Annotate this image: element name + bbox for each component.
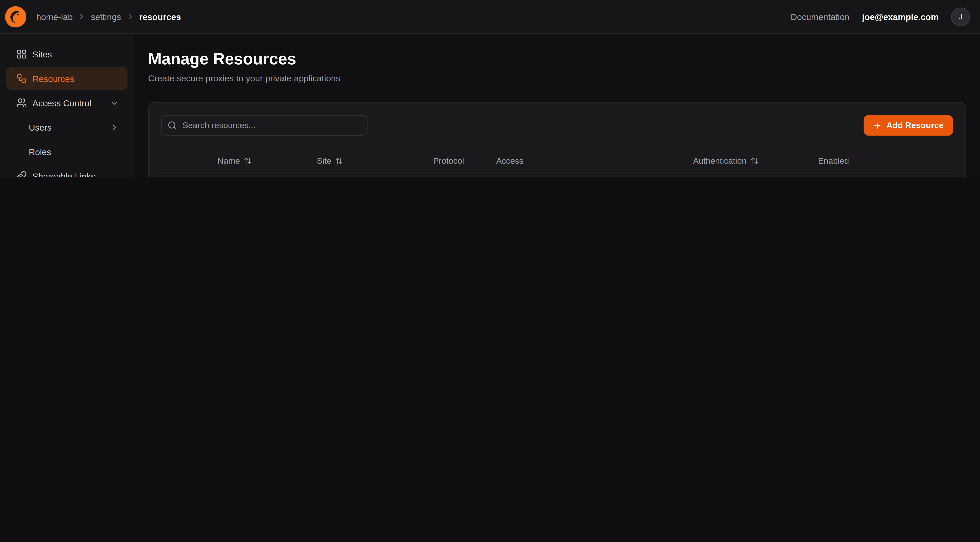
col-site: Site bbox=[317, 156, 433, 165]
search-box bbox=[161, 115, 368, 136]
table-toolbar: Add Resource bbox=[161, 115, 953, 136]
col-name: Name bbox=[218, 156, 317, 165]
sidebar-item-label: Roles bbox=[29, 147, 51, 156]
table-header: Name Site Protocol Access Authentication bbox=[161, 150, 953, 172]
chevron-right-icon bbox=[126, 13, 134, 21]
chevron-right-icon bbox=[78, 13, 86, 21]
sidebar-item-shareable-links[interactable]: Shareable Links bbox=[6, 164, 127, 177]
sidebar-item-label: Sites bbox=[32, 49, 52, 59]
sort-icon[interactable] bbox=[244, 156, 252, 165]
sidebar-item-roles[interactable]: Roles bbox=[6, 140, 127, 163]
search-input[interactable] bbox=[161, 115, 368, 136]
main-content: Manage Resources Create secure proxies t… bbox=[134, 34, 980, 177]
sort-icon[interactable] bbox=[335, 156, 343, 165]
table-body: Immich Home Lab TCP https://immich.examp… bbox=[161, 172, 953, 177]
user-email: joe@example.com bbox=[862, 12, 939, 22]
sidebar-item-label: Shareable Links bbox=[32, 171, 95, 177]
sidebar-item-label: Access Control bbox=[32, 98, 91, 108]
sidebar-item-users[interactable]: Users bbox=[6, 116, 127, 139]
col-authentication: Authentication bbox=[693, 156, 818, 165]
app-logo-icon[interactable] bbox=[5, 6, 26, 27]
sidebar-item-label: Users bbox=[29, 122, 52, 132]
add-resource-label: Add Resource bbox=[886, 121, 943, 130]
col-protocol: Protocol bbox=[433, 156, 496, 165]
sites-icon bbox=[16, 49, 27, 59]
plus-icon bbox=[873, 121, 882, 130]
search-icon bbox=[167, 121, 177, 130]
resources-table: Name Site Protocol Access Authentication bbox=[161, 150, 953, 177]
col-enabled: Enabled bbox=[818, 156, 899, 165]
chevron-down-icon bbox=[110, 99, 119, 107]
page-subtitle: Create secure proxies to your private ap… bbox=[148, 73, 966, 83]
table-row: Immich Home Lab TCP https://immich.examp… bbox=[161, 172, 953, 177]
breadcrumb-org[interactable]: home-lab bbox=[36, 12, 73, 22]
sidebar-item-resources[interactable]: Resources bbox=[6, 67, 127, 90]
avatar[interactable]: J bbox=[951, 7, 970, 26]
sidebar: Sites Resources Access Control Users Rol… bbox=[0, 34, 134, 177]
link-icon bbox=[16, 171, 27, 177]
resources-icon bbox=[16, 73, 27, 84]
app: home-lab settings resources Documentatio… bbox=[0, 0, 980, 177]
documentation-link[interactable]: Documentation bbox=[791, 12, 850, 22]
breadcrumb-resources: resources bbox=[139, 12, 181, 22]
page-title: Manage Resources bbox=[148, 49, 966, 69]
sidebar-item-sites[interactable]: Sites bbox=[6, 43, 127, 65]
sidebar-item-access-control[interactable]: Access Control bbox=[6, 91, 127, 115]
col-access: Access bbox=[496, 156, 693, 165]
sidebar-item-label: Resources bbox=[32, 73, 74, 83]
add-resource-button[interactable]: Add Resource bbox=[864, 115, 953, 136]
breadcrumb-settings[interactable]: settings bbox=[91, 12, 121, 22]
resources-card: Add Resource Name Site P bbox=[148, 102, 966, 177]
sort-icon[interactable] bbox=[750, 156, 759, 165]
breadcrumb: home-lab settings resources bbox=[36, 12, 181, 22]
users-icon bbox=[16, 97, 27, 108]
chevron-right-icon bbox=[110, 123, 119, 132]
topbar: home-lab settings resources Documentatio… bbox=[0, 0, 980, 34]
